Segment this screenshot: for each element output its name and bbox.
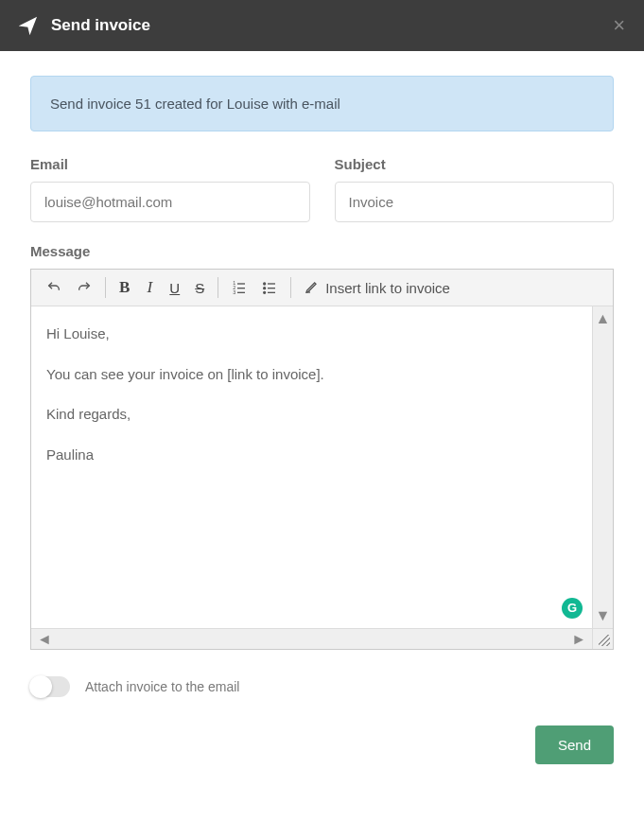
message-line: You can see your invoice on [link to inv… bbox=[46, 364, 577, 386]
toolbar-separator bbox=[290, 277, 291, 298]
modal-header: Send invoice × bbox=[0, 0, 644, 51]
resize-handle[interactable] bbox=[592, 628, 613, 649]
vertical-scrollbar[interactable]: ▲ ▼ bbox=[592, 306, 613, 628]
email-field-group: Email bbox=[30, 156, 310, 222]
info-banner: Send invoice 51 created for Louise with … bbox=[30, 76, 614, 131]
svg-point-6 bbox=[264, 283, 266, 285]
ordered-list-button[interactable]: 123 bbox=[224, 275, 254, 300]
svg-point-10 bbox=[264, 291, 266, 293]
attach-invoice-label: Attach invoice to the email bbox=[85, 679, 239, 694]
subject-input[interactable] bbox=[335, 182, 615, 222]
scroll-up-icon[interactable]: ▲ bbox=[596, 310, 611, 327]
subject-label: Subject bbox=[335, 156, 615, 172]
rich-text-editor: B I U S 123 Insert link to invoice Hi Lo… bbox=[30, 269, 614, 650]
attach-invoice-toggle[interactable] bbox=[30, 676, 70, 697]
send-icon bbox=[19, 16, 38, 35]
modal-title: Send invoice bbox=[51, 16, 150, 35]
message-line: Paulina bbox=[46, 445, 577, 466]
pencil-icon bbox=[305, 279, 320, 297]
message-line: Hi Louise, bbox=[46, 323, 577, 345]
modal-body: Send invoice 51 created for Louise with … bbox=[0, 51, 644, 783]
close-icon[interactable]: × bbox=[613, 13, 625, 38]
redo-button[interactable] bbox=[69, 275, 99, 300]
toolbar-separator bbox=[105, 277, 106, 298]
grammarly-icon[interactable]: G bbox=[562, 598, 583, 619]
toolbar-separator bbox=[218, 277, 218, 298]
toggle-knob bbox=[29, 675, 52, 698]
strikethrough-button[interactable]: S bbox=[187, 275, 212, 300]
undo-button[interactable] bbox=[39, 275, 69, 300]
subject-field-group: Subject bbox=[335, 156, 615, 222]
message-line: Kind regards, bbox=[46, 404, 577, 426]
editor-toolbar: B I U S 123 Insert link to invoice bbox=[31, 270, 613, 306]
insert-link-button[interactable]: Insert link to invoice bbox=[297, 275, 458, 300]
message-textarea[interactable]: Hi Louise, You can see your invoice on [… bbox=[31, 306, 592, 628]
message-label: Message bbox=[30, 243, 614, 259]
scroll-right-icon[interactable]: ► bbox=[571, 631, 586, 648]
horizontal-scrollbar[interactable]: ◄ ► bbox=[31, 628, 592, 649]
email-label: Email bbox=[30, 156, 310, 172]
svg-text:3: 3 bbox=[234, 289, 236, 295]
scroll-left-icon[interactable]: ◄ bbox=[37, 631, 52, 648]
svg-point-8 bbox=[264, 288, 266, 289]
scroll-down-icon[interactable]: ▼ bbox=[596, 607, 611, 624]
insert-link-label: Insert link to invoice bbox=[325, 280, 450, 296]
email-input[interactable] bbox=[30, 182, 310, 222]
unordered-list-button[interactable] bbox=[254, 275, 285, 300]
bold-button[interactable]: B bbox=[112, 275, 137, 300]
underline-button[interactable]: U bbox=[162, 275, 187, 300]
italic-button[interactable]: I bbox=[137, 275, 162, 300]
send-button[interactable]: Send bbox=[535, 725, 614, 764]
